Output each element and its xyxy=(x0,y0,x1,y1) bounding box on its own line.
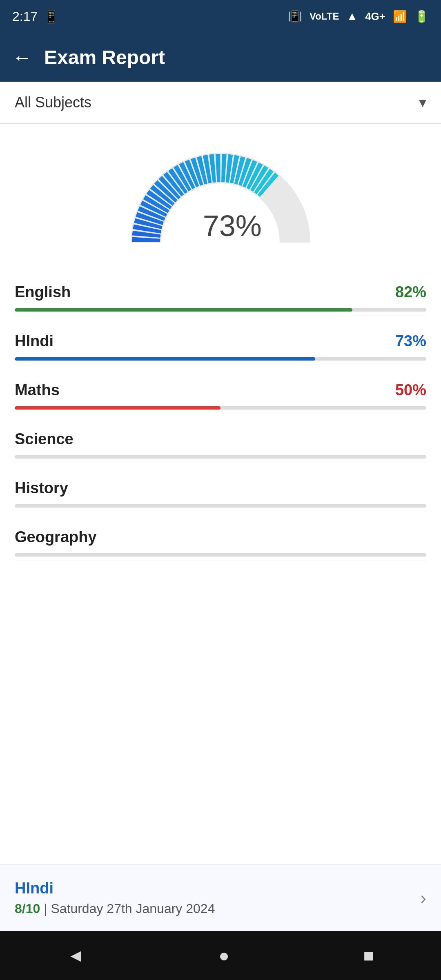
subject-name: Geography xyxy=(15,528,97,546)
page-title: Exam Report xyxy=(44,46,165,69)
progress-bar-bg xyxy=(15,455,426,459)
recent-exam-score: 8/10 xyxy=(15,901,40,916)
recent-exam-meta: 8/10 | Saturday 27th January 2024 xyxy=(15,901,215,916)
subject-header: History xyxy=(15,479,426,497)
subject-pct: 82% xyxy=(395,283,426,301)
subject-name: HIndi xyxy=(15,332,53,350)
subject-dropdown[interactable]: All Subjects ▾ xyxy=(0,82,441,124)
subject-item: Maths50% xyxy=(15,369,426,414)
progress-bar-fill xyxy=(15,406,220,410)
subject-name: History xyxy=(15,479,68,497)
sim-icon: 📱 xyxy=(44,9,59,24)
recent-exam-subject: HIndi xyxy=(15,880,215,897)
network-icon: 4G+ xyxy=(365,10,385,23)
progress-bar-fill xyxy=(15,308,352,312)
recent-exam-date: Saturday 27th January 2024 xyxy=(51,901,215,916)
nav-home-button[interactable]: ● xyxy=(218,945,229,966)
gauge-container: 73% xyxy=(122,145,318,251)
battery-icon: 🔋 xyxy=(414,10,429,23)
progress-bar-bg xyxy=(15,504,426,508)
recent-exam-info: HIndi 8/10 | Saturday 27th January 2024 xyxy=(15,880,215,916)
subject-pct: 73% xyxy=(395,332,426,350)
nav-bar: ◄ ● ■ xyxy=(0,931,441,980)
signal-icon: 📶 xyxy=(393,10,407,23)
subjects-list: English82%HIndi73%Maths50%ScienceHistory… xyxy=(0,263,441,856)
recent-exam-separator: | xyxy=(44,901,51,916)
progress-bar-bg xyxy=(15,308,426,312)
gauge-section: 73% xyxy=(0,124,441,263)
subject-dropdown-label: All Subjects xyxy=(15,94,91,111)
vibrate-icon: 📳 xyxy=(288,10,302,23)
status-bar: 2:17 📱 📳 VoLTE ▲ 4G+ 📶 🔋 xyxy=(0,0,441,33)
gauge-value: 73% xyxy=(203,209,262,243)
app-header: ← Exam Report xyxy=(0,33,441,82)
subject-header: English82% xyxy=(15,283,426,301)
volte-icon: VoLTE xyxy=(310,11,339,22)
status-bar-left: 2:17 📱 xyxy=(12,9,59,24)
subject-item: Science xyxy=(15,418,426,463)
subject-header: HIndi73% xyxy=(15,332,426,350)
subject-pct: 50% xyxy=(395,381,426,399)
status-time: 2:17 xyxy=(12,9,38,24)
subject-item: Geography xyxy=(15,516,426,561)
recent-exam-card[interactable]: HIndi 8/10 | Saturday 27th January 2024 … xyxy=(0,864,441,931)
chevron-right-icon: › xyxy=(420,888,426,908)
nav-recent-button[interactable]: ■ xyxy=(363,945,374,966)
progress-bar-bg xyxy=(15,357,426,361)
progress-bar-bg xyxy=(15,553,426,557)
subject-header: Science xyxy=(15,430,426,448)
wifi-icon: ▲ xyxy=(346,10,358,23)
subject-header: Geography xyxy=(15,528,426,546)
status-bar-right: 📳 VoLTE ▲ 4G+ 📶 🔋 xyxy=(288,10,429,23)
back-button[interactable]: ← xyxy=(12,46,32,69)
subject-name: English xyxy=(15,283,71,301)
subject-item: HIndi73% xyxy=(15,320,426,365)
subject-name: Science xyxy=(15,430,74,448)
nav-back-button[interactable]: ◄ xyxy=(67,945,85,966)
progress-bar-fill xyxy=(15,357,315,361)
progress-bar-bg xyxy=(15,406,426,410)
subject-header: Maths50% xyxy=(15,381,426,399)
subject-item: English82% xyxy=(15,271,426,316)
subject-item: History xyxy=(15,467,426,512)
chevron-down-icon: ▾ xyxy=(419,94,426,111)
subject-name: Maths xyxy=(15,381,60,399)
